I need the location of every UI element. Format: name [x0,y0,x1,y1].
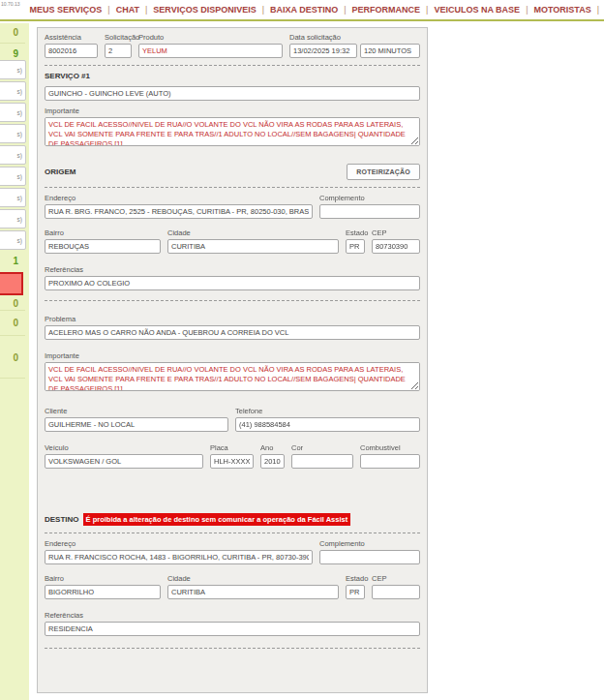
assistencia-input[interactable] [45,44,98,58]
menu-item-veiculos-na-base[interactable]: VEICULOS NA BASE [428,5,526,15]
problema-label: Problema [45,315,420,323]
placa-input[interactable] [210,454,254,469]
destino-endereco-label: Endereço [45,539,313,548]
roteirizacao-button[interactable]: ROTEIRIZAÇÃO [347,164,420,180]
dashed-divider [45,533,420,533]
placa-label: Placa [210,443,254,452]
menu-item-servicos-disponiveis[interactable]: SERVIÇOS DISPONIVEIS [147,5,261,15]
menu-item-gps[interactable]: GPS [599,5,604,15]
solicitacao-label: Solicitação [105,33,132,42]
sidebar-divider [0,43,25,44]
menu-item-performance[interactable]: PERFORMANCE [347,5,427,15]
importante-label: Importante [45,107,420,115]
sidebar-divider [0,310,25,311]
corner-ip-text: 10.70.13 [1,1,19,7]
dashed-divider [45,300,420,301]
importante2-label: Importante [45,351,420,360]
truncated-queue-button[interactable]: s) [0,124,26,143]
truncated-queue-button[interactable]: s) [0,209,26,228]
destino-referencias-label: Referências [45,611,420,620]
telefone-input[interactable] [235,417,420,432]
dashed-divider [45,648,420,649]
solicitacao-input[interactable] [105,44,132,58]
origem-cep-label: CEP [372,228,420,237]
left-counter-sidebar: 0 9 s) s) s) s) s) s) s) s) s) 1 0 0 0 [0,23,29,700]
destino-referencias-input[interactable] [45,622,420,636]
origem-cep-input[interactable] [372,239,420,254]
ano-label: Ano [260,443,285,452]
origem-header: ORIGEM ROTEIRIZAÇÃO [45,164,420,180]
destino-warning-badge: É proibida a alteração de destino sem co… [83,513,351,526]
telefone-label: Telefone [235,407,420,415]
produto-input[interactable] [138,44,283,58]
destino-header: DESTINO É proibida a alteração de destin… [45,513,420,526]
origem-complemento-label: Complemento [319,194,420,202]
truncated-queue-button[interactable]: s) [0,230,26,250]
importante2-textarea[interactable]: VCL DE FACIL ACESSO//NIVEL DE RUA//O VOL… [45,362,420,391]
minutos-input[interactable] [360,44,420,58]
origem-title: ORIGEM [45,167,76,176]
origem-referencias-input[interactable] [45,276,420,290]
importante-textarea[interactable]: VCL DE FACIL ACESSO//NIVEL DE RUA//O VOL… [45,117,420,146]
counter-value: 0 [13,298,18,309]
combustivel-input[interactable] [360,454,420,469]
menu-item-chat[interactable]: CHAT [110,5,145,15]
assistencia-label: Assistência [45,33,98,42]
origem-estado-label: Estado [346,228,365,237]
origem-cidade-label: Cidade [167,228,339,237]
origem-endereco-input[interactable] [45,204,313,219]
origem-complemento-input[interactable] [319,204,420,219]
veiculo-label: Veículo [45,443,203,452]
problema-input[interactable] [45,325,420,340]
menu-item-baixa-destino[interactable]: BAIXA DESTINO [264,5,344,15]
sidebar-divider [0,335,25,336]
origem-bairro-input[interactable] [45,239,161,254]
counter-value: 0 [13,352,18,363]
form-header-row: Assistência Solicitação Produto Data sol… [45,33,420,58]
counter-value: 0 [13,27,18,38]
truncated-queue-button[interactable]: s) [0,145,26,165]
service-form-panel: Assistência Solicitação Produto Data sol… [37,27,428,693]
destino-complemento-label: Complemento [319,539,420,548]
counter-value: 9 [13,48,18,59]
counter-value: 0 [13,318,18,328]
truncated-queue-button[interactable]: s) [0,103,26,122]
origem-referencias-label: Referências [45,265,420,274]
sidebar-divider [0,378,25,379]
destino-cidade-input[interactable] [167,585,339,599]
main-menu: MEUS SERVIÇOS | CHAT | SERVIÇOS DISPONIV… [23,5,604,15]
menu-item-meus-servicos[interactable]: MEUS SERVIÇOS [23,5,107,15]
cor-input[interactable] [291,454,353,469]
truncated-queue-button[interactable]: s) [0,60,26,79]
origem-estado-input[interactable] [346,239,365,254]
destino-estado-label: Estado [346,574,365,583]
servico-input[interactable] [45,86,420,101]
destino-endereco-input[interactable] [45,550,313,564]
combustivel-label: Combustível [360,443,420,452]
destino-bairro-input[interactable] [45,585,161,599]
data-solicitacao-label: Data solicitação [289,33,420,42]
destino-cep-input[interactable] [372,585,420,599]
truncated-queue-button[interactable]: s) [0,188,26,207]
cliente-input[interactable] [45,417,228,432]
top-menu-bar: 10.70.13 MEUS SERVIÇOS | CHAT | SERVIÇOS… [0,0,604,21]
ano-input[interactable] [260,454,285,469]
truncated-queue-button[interactable]: s) [0,167,26,186]
truncated-queue-button[interactable]: s) [0,81,26,101]
data-solicitacao-input[interactable] [289,44,357,58]
origem-cidade-input[interactable] [167,239,339,254]
dashed-divider [45,187,420,188]
dashed-divider [45,65,420,66]
produto-label: Produto [138,33,283,42]
alert-highlight-box[interactable] [0,272,23,295]
destino-cep-label: CEP [372,574,420,583]
menu-item-motoristas[interactable]: MOTORISTAS [528,5,596,15]
destino-title: DESTINO [45,515,79,524]
destino-complemento-input[interactable] [319,550,420,564]
veiculo-input[interactable] [45,454,203,469]
origem-bairro-label: Bairro [45,228,161,237]
cliente-label: Cliente [45,407,228,415]
destino-cidade-label: Cidade [167,574,339,583]
destino-estado-input[interactable] [346,585,365,599]
servico-title: SERVIÇO #1 [45,72,420,80]
